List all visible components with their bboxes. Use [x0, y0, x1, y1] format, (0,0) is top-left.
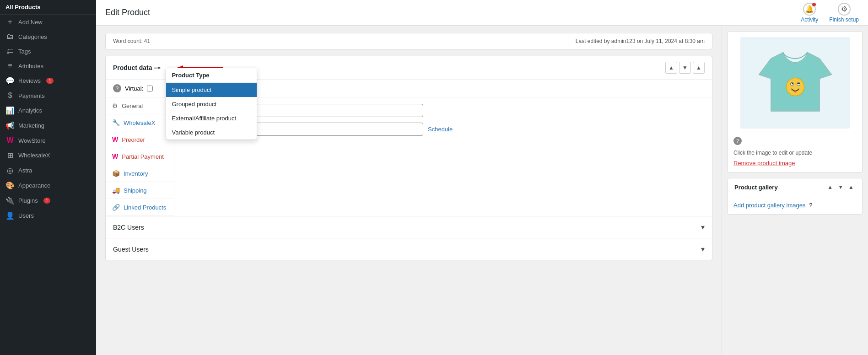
sort-top-btn[interactable]: ▲	[693, 62, 705, 74]
product-image-placeholder	[740, 37, 850, 129]
plugins-icon: 🔌	[5, 196, 15, 205]
sidebar-item-analytics[interactable]: 📊 Analytics	[0, 103, 96, 118]
sidebar-item-label: Users	[18, 212, 34, 219]
preorder-icon: W	[112, 136, 118, 143]
finish-setup-label: Finish setup	[829, 16, 859, 23]
product-gallery-header: Product gallery ▲ ▼ ▲	[728, 178, 862, 196]
wholesalex-wrench-icon: 🔧	[112, 119, 120, 126]
image-edit-text: Click the image to edit or update	[728, 148, 862, 158]
shipping-icon: 🚚	[112, 187, 120, 194]
plugins-badge: 1	[43, 198, 51, 204]
sidebar-item-label: Plugins	[18, 197, 38, 204]
wowstore-icon: W	[5, 136, 15, 145]
reviews-badge: 1	[46, 78, 54, 84]
sidebar-item-label: Astra	[18, 167, 32, 174]
regular-price-input[interactable]	[240, 104, 423, 117]
sidebar-item-label: Reviews	[18, 77, 41, 84]
sidebar-item-reviews[interactable]: 💬 Reviews 1	[0, 73, 96, 88]
guest-users-section: Guest Users ▾	[106, 238, 712, 260]
topbar: Edit Product 🔔 Activity ⚙ Finish setup	[96, 0, 868, 26]
b2c-chevron-icon: ▾	[701, 223, 705, 231]
marketing-icon: 📢	[5, 121, 15, 130]
dropdown-item-variable[interactable]: Variable product	[166, 125, 257, 140]
regular-price-row: Regular price (£)	[181, 104, 706, 117]
sidebar-item-marketing[interactable]: 📢 Marketing	[0, 118, 96, 133]
schedule-link[interactable]: Schedule	[428, 126, 453, 133]
gallery-help-icon-inline[interactable]: ?	[809, 202, 812, 209]
b2c-users-label: B2C Users	[113, 224, 144, 231]
b2c-users-section: B2C Users ▾	[106, 216, 712, 238]
sidebar-item-attributes[interactable]: ≡ Attributes	[0, 59, 96, 73]
nav-linked-products[interactable]: 🔗 Linked Products	[106, 199, 174, 216]
tags-icon: 🏷	[5, 47, 15, 55]
sidebar-item-label: WholesaleX	[18, 152, 50, 159]
sort-up-btn[interactable]: ▲	[665, 62, 677, 74]
remove-product-image-link[interactable]: Remove product image	[728, 158, 862, 172]
dropdown-item-external[interactable]: External/Affiliate product	[166, 111, 257, 125]
sidebar-item-label: Tags	[18, 48, 31, 55]
sidebar-item-users[interactable]: 👤 Users	[0, 208, 96, 223]
tshirt-illustration	[754, 46, 836, 119]
product-nav-sidebar: ⚙ General 🔧 WholesaleX W Preorder W	[106, 97, 174, 216]
product-image-area[interactable]	[728, 32, 862, 134]
sort-arrows: ▲ ▼ ▲	[665, 62, 705, 74]
sidebar-item-plugins[interactable]: 🔌 Plugins 1	[0, 193, 96, 208]
finish-setup-button[interactable]: ⚙ Finish setup	[829, 3, 859, 23]
sidebar-header[interactable]: All Products	[0, 0, 96, 15]
sidebar-item-label: Add New	[18, 19, 43, 26]
gallery-sort-up[interactable]: ▲	[825, 183, 835, 191]
nav-general[interactable]: ⚙ General	[106, 97, 174, 114]
dropdown-item-simple[interactable]: Simple product	[166, 83, 257, 97]
sidebar-item-add-new[interactable]: + Add New	[0, 15, 96, 29]
sidebar-item-label: Appearance	[18, 182, 50, 189]
guest-users-header[interactable]: Guest Users ▾	[106, 238, 712, 260]
gallery-content: Add product gallery images ?	[728, 196, 862, 214]
nav-partial-payment[interactable]: W Partial Payment	[106, 148, 174, 165]
sidebar-item-wowstore[interactable]: W WowStore	[0, 133, 96, 148]
product-data-box: Product data — Simple product Grouped pr…	[105, 56, 712, 260]
sidebar-item-label: Categories	[18, 33, 47, 40]
add-gallery-link[interactable]: Add product gallery images	[733, 202, 806, 209]
sidebar-item-wholesalex[interactable]: ⊞ WholesaleX	[0, 148, 96, 163]
svg-point-2	[786, 78, 804, 96]
partial-payment-icon: W	[112, 153, 118, 160]
product-data-header: Product data — Simple product Grouped pr…	[106, 56, 712, 80]
reviews-icon: 💬	[5, 76, 15, 85]
analytics-icon: 📊	[5, 106, 15, 115]
dropdown-item-grouped[interactable]: Grouped product	[166, 97, 257, 111]
content-wrap: Word count: 41 Last edited by admin123 o…	[96, 26, 868, 355]
image-help-row: ?	[728, 134, 862, 148]
gallery-sort-top[interactable]: ▲	[846, 183, 856, 191]
activity-label: Activity	[801, 16, 818, 23]
sidebar-item-payments[interactable]: $ Payments	[0, 88, 96, 103]
image-help-icon[interactable]: ?	[733, 137, 742, 145]
sidebar-item-label: Analytics	[18, 107, 42, 114]
sort-down-btn[interactable]: ▼	[679, 62, 691, 74]
product-data-label: Product data —	[113, 64, 160, 71]
sidebar-item-tags[interactable]: 🏷 Tags	[0, 44, 96, 59]
activity-icon: 🔔	[803, 3, 816, 16]
sidebar-item-appearance[interactable]: 🎨 Appearance	[0, 178, 96, 193]
content-area: Word count: 41 Last edited by admin123 o…	[96, 26, 722, 355]
b2c-users-header[interactable]: B2C Users ▾	[106, 216, 712, 238]
linked-products-icon: 🔗	[112, 204, 120, 211]
guest-chevron-icon: ▾	[701, 245, 705, 253]
nav-preorder[interactable]: W Preorder	[106, 131, 174, 148]
nav-wholesalex[interactable]: 🔧 WholesaleX	[106, 114, 174, 131]
sidebar-item-categories[interactable]: 🗂 Categories	[0, 29, 96, 44]
sidebar-item-astra[interactable]: ◎ Astra	[0, 163, 96, 178]
gallery-sort-down[interactable]: ▼	[836, 183, 845, 191]
nav-inventory[interactable]: 📦 Inventory	[106, 165, 174, 182]
virtual-checkbox[interactable]	[147, 86, 153, 91]
nav-shipping-label: Shipping	[124, 187, 147, 194]
topbar-actions: 🔔 Activity ⚙ Finish setup	[801, 3, 859, 23]
dropdown-menu-title: Product Type	[166, 68, 257, 83]
help-icon[interactable]: ?	[113, 84, 121, 92]
payments-icon: $	[5, 91, 15, 100]
nav-shipping[interactable]: 🚚 Shipping	[106, 182, 174, 199]
product-gallery-title: Product gallery	[734, 184, 778, 191]
appearance-icon: 🎨	[5, 181, 15, 190]
attributes-icon: ≡	[5, 62, 15, 70]
activity-button[interactable]: 🔔 Activity	[801, 3, 818, 23]
sale-price-input[interactable]	[240, 123, 423, 136]
